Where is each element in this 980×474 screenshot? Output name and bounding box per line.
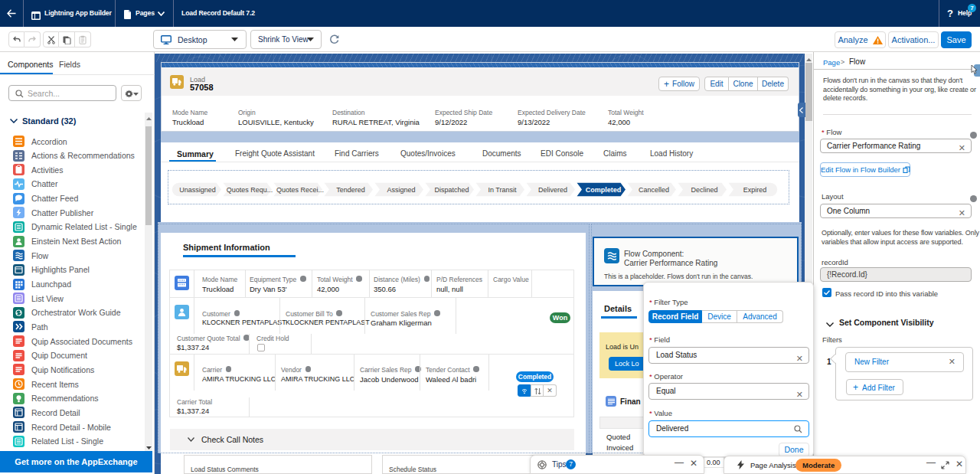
svg-text:Dispatched: Dispatched — [434, 186, 469, 194]
svg-text:Cancelled: Cancelled — [639, 186, 669, 194]
svg-text:Delivered: Delivered — [538, 186, 567, 194]
svg-text:Declined: Declined — [691, 186, 717, 194]
svg-text:Quotes Requ...: Quotes Requ... — [227, 186, 273, 194]
svg-text:Completed: Completed — [586, 186, 622, 194]
svg-text:Assigned: Assigned — [387, 186, 415, 194]
svg-text:Expired: Expired — [743, 186, 767, 194]
svg-text:Unassigned: Unassigned — [179, 186, 216, 194]
svg-text:Tendered: Tendered — [336, 186, 365, 194]
svg-text:Quotes Recei...: Quotes Recei... — [276, 186, 324, 194]
svg-text:In Transit: In Transit — [488, 186, 517, 194]
